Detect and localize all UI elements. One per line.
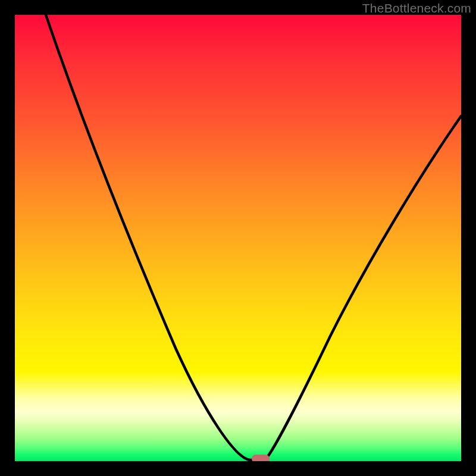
bottleneck-curve [15, 15, 461, 461]
chart-frame: TheBottleneck.com [0, 0, 476, 476]
optimal-marker [252, 455, 270, 461]
watermark-text: TheBottleneck.com [362, 1, 471, 15]
plot-area [15, 15, 461, 461]
